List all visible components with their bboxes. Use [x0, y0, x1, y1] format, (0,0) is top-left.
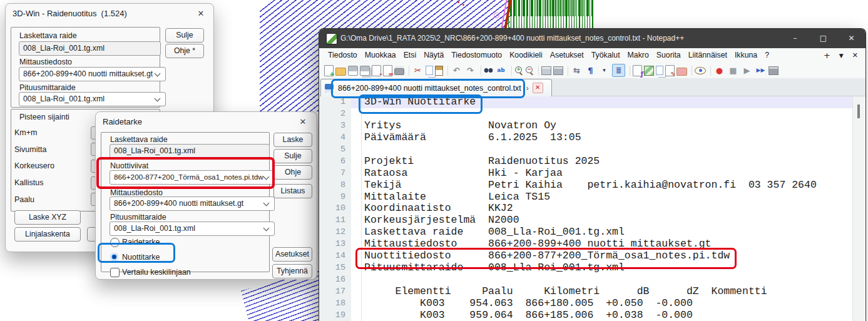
new-instance-icon[interactable]: + — [824, 51, 830, 60]
editor-line[interactable]: 11Korkeusjärjestelmä N2000 — [319, 215, 853, 227]
line-number: 7 — [319, 168, 351, 180]
editor-line[interactable]: 14Nuottitiedosto 866+200-877+200_Törmä_o… — [319, 250, 853, 262]
sulje-button[interactable]: Sulje — [165, 28, 204, 43]
raidetarke-group: Laskettava raide 008_Lla-Roi_001.tg.xml … — [101, 132, 270, 272]
macro-stop-icon[interactable]: ■ — [727, 64, 739, 76]
monitoring-eye-icon[interactable] — [695, 67, 706, 74]
scrollbar-thumb[interactable] — [857, 104, 860, 118]
menu-item[interactable]: Liitännäiset — [685, 48, 731, 63]
editor-line[interactable]: 12Laskettava raide 008_Lla-Roi_001.tg.xm… — [319, 227, 853, 238]
menu-item[interactable]: Ikkuna — [731, 48, 761, 63]
save-icon[interactable] — [348, 66, 358, 76]
laske-button[interactable]: Laske — [273, 133, 312, 147]
zoom-in-icon[interactable]: + — [514, 66, 523, 75]
word-wrap-icon[interactable]: ⇆ — [571, 64, 583, 76]
menu-close-icon[interactable]: ✕ — [852, 51, 858, 59]
new-file-icon[interactable]: + — [324, 65, 334, 76]
macro-run-multi-icon[interactable]: ▶▶ — [755, 64, 767, 76]
editor-line[interactable]: 7Rataosa Hki - Karjaa — [319, 168, 853, 180]
sulje-button[interactable]: Sulje — [273, 149, 312, 163]
mittaustiedosto-combobox[interactable]: 866+200-899+400 nuotti mittaukset.gt — [110, 196, 275, 211]
linjalaskenta-button[interactable]: Linjalaskenta — [14, 227, 81, 242]
editor-line[interactable]: 19 K003 959.064 866+185.006 +0.038 -0.00… — [319, 310, 853, 321]
menu-item[interactable]: ? — [761, 48, 773, 63]
open-folder-icon[interactable] — [335, 68, 346, 76]
editor-line[interactable]: 10Koordinaatisto KKJ2 — [319, 203, 853, 215]
editor-line[interactable]: 17 Elementti Paalu Kilometri dB dZ Komme… — [319, 286, 853, 298]
folder-workspace-icon[interactable] — [677, 68, 687, 76]
ohje-button[interactable]: Ohje — [273, 165, 312, 180]
document-map-icon[interactable] — [644, 66, 654, 76]
redo-icon[interactable]: ↷ — [464, 64, 476, 76]
restore-windows-icon[interactable] — [541, 66, 551, 75]
replace-icon[interactable]: ab — [495, 64, 507, 76]
function-list-icon[interactable]: ƒ — [633, 65, 642, 76]
maximize-button[interactable]: □ — [809, 29, 837, 48]
macro-record-icon[interactable]: ● — [713, 64, 725, 76]
macro-save-icon[interactable] — [768, 66, 779, 75]
menu-item[interactable]: Makro — [624, 48, 653, 63]
doclist-caret-icon[interactable]: ▼ — [839, 53, 844, 59]
pituusmittaraide-combobox[interactable]: 008_Lla-Roi_001.tg.xml — [110, 222, 275, 236]
editor-line[interactable]: 9Mittalaite Leica TS15 — [319, 191, 853, 203]
close-icon[interactable]: ✕ — [193, 8, 208, 20]
toolbar-caret-icon[interactable]: ▾ — [598, 64, 610, 76]
menu-item[interactable]: Suorita — [653, 48, 685, 63]
macro-play-icon[interactable]: ▶ — [741, 64, 753, 76]
editor-line[interactable]: 16 — [319, 274, 853, 286]
print-icon[interactable] — [394, 68, 404, 75]
menu-item[interactable]: Koodikieli — [506, 48, 546, 63]
mittaustiedosto-combobox[interactable]: 866+200-899+400 nuotti mittaukset.gt — [19, 67, 166, 81]
show-all-characters-icon[interactable]: ¶ — [585, 64, 596, 76]
macro-edit-icon[interactable]: ✎ — [665, 65, 675, 76]
line-number: 9 — [319, 191, 351, 203]
menu-item[interactable]: Asetukset — [546, 48, 588, 63]
copy-icon[interactable] — [426, 66, 433, 75]
pituusmittaraide-combobox[interactable]: 008_Lla-Roi_001.tg.xml — [19, 92, 166, 106]
editor-line[interactable]: 3Yritys Novatron Oy — [319, 120, 853, 132]
close-button[interactable]: ✕ — [837, 29, 865, 48]
editor-line[interactable]: 6Projekti Raidenuotitus 2025 — [319, 156, 853, 168]
titlebar[interactable]: G:\Oma Drive\1_RATA 2025\2_NRC\866+200-8… — [319, 29, 865, 48]
minimize-button[interactable]: – — [781, 29, 809, 48]
find-icon[interactable] — [484, 68, 493, 73]
ohje-button[interactable]: Ohje * — [165, 44, 204, 58]
listaus-button[interactable]: Listaus — [273, 184, 312, 198]
asetukset-button[interactable]: Asetukset — [272, 247, 312, 262]
nuottiviivat-combobox[interactable]: 866+200-877+200_Törmä_osa1_notes.pi.tdw — [110, 170, 275, 185]
editor-line[interactable]: 18 K003 954.063 866+180.005 +0.050 -0.00… — [319, 298, 853, 310]
document-list-icon[interactable] — [656, 66, 663, 75]
cut-icon[interactable]: ✂ — [412, 64, 424, 76]
menu-item[interactable]: Tiedostomuoto — [447, 48, 506, 63]
save-all-icon[interactable] — [360, 66, 370, 76]
indent-guide-icon[interactable]: ≣ — [612, 64, 625, 77]
tab-notes-control[interactable]: 866+200-899+400 nuotti mittaukset_notes_… — [320, 79, 552, 96]
menu-item[interactable]: Tiedosto — [324, 48, 361, 63]
nuottitarke-radio[interactable] — [110, 253, 118, 261]
menu-item[interactable]: Työkalut — [588, 48, 624, 63]
editor-line[interactable]: 4Päivämäärä 6.1.2025 13:05 — [319, 132, 853, 144]
menu-item[interactable]: Muokkaa — [361, 48, 400, 63]
close-all-docs-icon[interactable]: = — [383, 65, 392, 76]
editor-line[interactable]: 13D-Win Nuottitarke — [319, 96, 853, 108]
editor-line[interactable]: 13Mittaustiedosto 866+200-899+400 nuotti… — [319, 238, 853, 250]
vertical-scrollbar[interactable] — [852, 96, 865, 321]
vertailu-checkbox[interactable] — [110, 268, 120, 277]
editor-line[interactable]: 15Pituusmittaraide 008_Lla-Roi_001.tg.xm… — [319, 262, 853, 274]
menu-item[interactable]: Näytä — [420, 48, 447, 63]
laske-xyz-button[interactable]: Laske XYZ — [14, 210, 81, 225]
editor-line[interactable]: 2 — [319, 108, 853, 120]
menu-item[interactable]: Etsi — [400, 48, 421, 63]
close-icon[interactable]: ✕ — [295, 116, 310, 128]
editor-line[interactable]: 5 — [319, 144, 853, 156]
undo-icon[interactable]: ↶ — [451, 64, 462, 76]
raidetarke-radio[interactable] — [110, 238, 120, 247]
windows-dialog-icon[interactable] — [553, 66, 563, 75]
close-doc-icon[interactable]: – — [372, 65, 381, 76]
zoom-out-icon[interactable]: − — [525, 66, 534, 75]
paste-icon[interactable] — [435, 66, 443, 76]
editor[interactable]: 13D-Win Nuottitarke23Yritys Novatron Oy4… — [319, 96, 853, 321]
tab-close-icon[interactable]: ✕ — [533, 83, 543, 93]
editor-line[interactable]: 8Tekijä Petri Kaihia petri.kaihia@novatr… — [319, 180, 853, 191]
tyhjenna-button[interactable]: Tyhjennä — [272, 264, 312, 278]
